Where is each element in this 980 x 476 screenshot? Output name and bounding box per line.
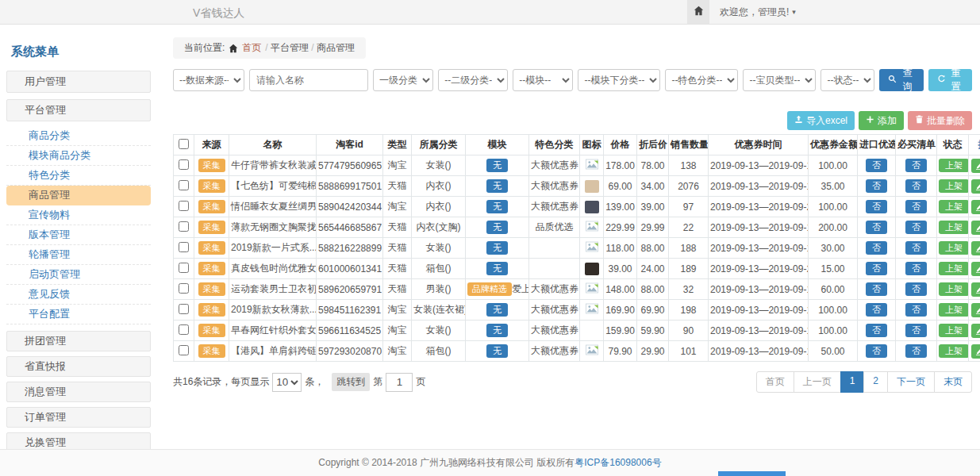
page-button[interactable]: 上一页 (794, 371, 841, 393)
filter-select[interactable]: --状态-- (821, 69, 874, 91)
row-checkbox[interactable] (179, 263, 189, 273)
filter-select-data-source[interactable]: --数据来源-- (173, 69, 244, 91)
cell-name: 【港风】单肩斜跨链条... (229, 341, 317, 362)
cell-module: 无 (466, 176, 529, 197)
edit-button[interactable] (971, 200, 980, 214)
cell-name: 情侣睡衣女夏丝绸男士... (229, 197, 317, 217)
filter-select[interactable]: --二级分类-- (438, 69, 508, 91)
no-badge: 否 (866, 344, 887, 359)
sidebar-subitem[interactable]: 启动页管理 (6, 265, 151, 285)
cell-must-buy: 否 (896, 155, 937, 176)
cell-icon (580, 279, 604, 300)
edit-button[interactable] (971, 179, 980, 194)
cell-source: 采集 (194, 155, 229, 176)
welcome-user-menu[interactable]: 欢迎您，管理员! ▾ (720, 6, 796, 19)
edit-button[interactable] (971, 324, 980, 338)
cell-coupon-time: 2019-09-13—2019-09-15 (709, 279, 809, 300)
breadcrumb-item[interactable]: 商品管理 (317, 42, 355, 53)
cell-coupon-amount: 200.00 (809, 217, 858, 238)
sidebar-item[interactable]: 平台管理 (6, 99, 151, 121)
add-button[interactable]: 添加 (859, 111, 904, 130)
trash-icon (915, 115, 924, 126)
sidebar-subitem[interactable]: 轮播管理 (6, 245, 151, 265)
filter-select[interactable]: --宝贝类型-- (743, 69, 816, 91)
product-thumbnail (585, 201, 599, 213)
cell-module: 无 (466, 197, 529, 217)
sidebar-subitem[interactable]: 商品管理 (6, 186, 151, 205)
batch-delete-button[interactable]: 批量删除 (908, 111, 972, 130)
row-checkbox[interactable] (179, 201, 189, 211)
cell-operations (969, 259, 980, 279)
cell-status: 上架 (937, 300, 969, 321)
edit-button[interactable] (971, 303, 980, 317)
sidebar-subitem[interactable]: 模块商品分类 (6, 146, 151, 166)
status-badge: 上架 (939, 303, 969, 317)
cell-imported: 否 (858, 259, 896, 279)
per-page-select[interactable]: 10 (272, 373, 302, 392)
sidebar-item[interactable]: 拼团管理 (6, 331, 151, 351)
cell-imported: 否 (858, 197, 896, 217)
refresh-icon (937, 75, 946, 86)
edit-button[interactable] (971, 344, 980, 359)
filter-select[interactable]: --模块下分类-- (578, 69, 660, 91)
breadcrumb-home-link[interactable]: 首页 (242, 41, 261, 55)
row-checkbox[interactable] (179, 324, 189, 335)
sidebar-item[interactable]: 用户管理 (6, 71, 151, 93)
cell-imported: 否 (858, 176, 896, 197)
name-search-input[interactable] (249, 69, 368, 91)
row-checkbox[interactable] (179, 159, 189, 170)
sidebar-subitem[interactable]: 版本管理 (6, 225, 151, 245)
page-button[interactable]: 1 (840, 371, 865, 393)
select-all-checkbox[interactable] (179, 139, 189, 149)
filter-select[interactable]: 一级分类 (373, 69, 433, 91)
row-checkbox[interactable] (179, 221, 189, 232)
cell-taoke-id: 601000601341 (317, 259, 383, 279)
edit-button[interactable] (971, 241, 980, 255)
sidebar-subitem[interactable]: 意见反馈 (6, 285, 151, 305)
cell-category: 女装(连衣裙) (412, 300, 466, 321)
row-checkbox[interactable] (179, 304, 189, 314)
filter-select[interactable]: --模块-- (513, 69, 573, 91)
cell-coupon-amount: 30.00 (809, 238, 858, 259)
edit-button[interactable] (971, 221, 980, 235)
cell-price: 39.00 (604, 259, 637, 279)
page-button[interactable]: 2 (863, 371, 888, 393)
page-number-input[interactable] (386, 373, 413, 392)
row-checkbox[interactable] (179, 345, 189, 355)
page-button[interactable]: 末页 (934, 371, 972, 393)
cell-feature: 大额优惠券 (529, 321, 580, 341)
jump-button[interactable]: 跳转到 (332, 373, 370, 391)
edit-button[interactable] (971, 159, 980, 173)
icp-link[interactable]: 粤ICP备16098006号 (575, 456, 661, 470)
edit-button[interactable] (971, 282, 980, 297)
row-checkbox[interactable] (179, 180, 189, 190)
cell-coupon-time: 2019-09-13—2019-09-20 (709, 197, 809, 217)
search-button[interactable]: 查询 (879, 69, 923, 91)
cell-price: 69.00 (604, 176, 637, 197)
sidebar-subitem[interactable]: 商品分类 (6, 126, 151, 146)
cell-must-buy: 否 (896, 217, 937, 238)
page-button[interactable]: 首页 (756, 371, 794, 393)
cell-imported: 否 (858, 341, 896, 362)
import-excel-button[interactable]: 导入excel (787, 111, 855, 130)
sidebar-item[interactable]: 订单管理 (6, 407, 151, 428)
cell-sales: 198 (669, 300, 709, 321)
sidebar-item[interactable]: 省直快报 (6, 356, 151, 377)
main-content: 当前位置: 首页 / 平台管理 / 商品管理 --数据来源-- 一级分类--二级… (173, 37, 972, 393)
filter-select[interactable]: --特色分类-- (665, 69, 738, 91)
page-button[interactable]: 下一页 (887, 371, 935, 393)
row-checkbox[interactable] (179, 283, 189, 294)
home-button[interactable] (687, 0, 709, 24)
edit-button[interactable] (971, 262, 980, 276)
sidebar-subitem[interactable]: 平台配置 (6, 305, 151, 324)
no-badge: 否 (905, 221, 927, 235)
breadcrumb-item[interactable]: 平台管理 (271, 42, 309, 53)
row-checkbox[interactable] (179, 242, 189, 252)
sidebar-subitem[interactable]: 特色分类 (6, 166, 151, 186)
reset-button[interactable]: 重置 (928, 69, 972, 91)
cell-source: 采集 (194, 238, 229, 259)
sidebar-subitem[interactable]: 宣传物料 (6, 205, 151, 225)
bottom-blue-strip (718, 471, 786, 476)
cell-name: 2019新款女秋薄款... (229, 300, 317, 321)
sidebar-item[interactable]: 消息管理 (6, 382, 151, 402)
